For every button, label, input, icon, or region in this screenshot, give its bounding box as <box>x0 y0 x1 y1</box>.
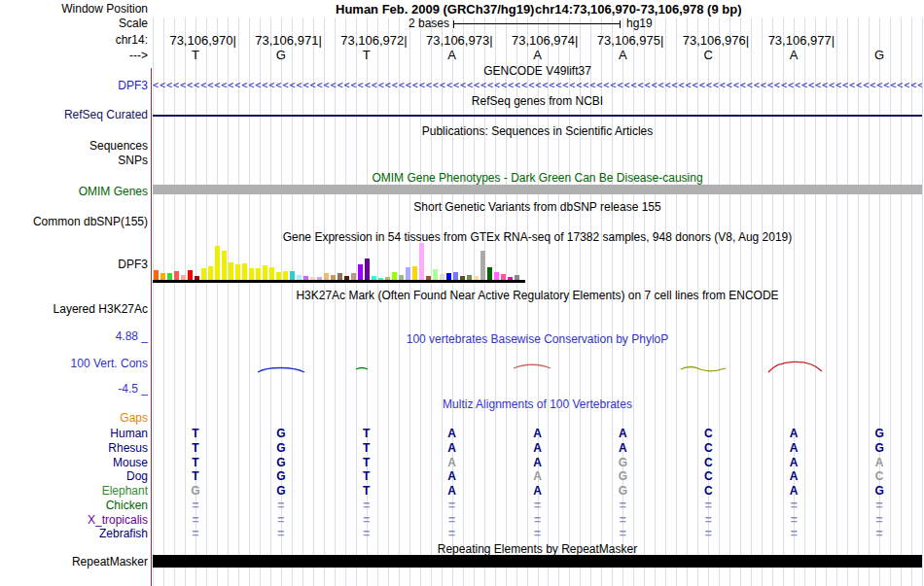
gtex-tissue-bar[interactable] <box>399 275 404 280</box>
gtex-tissue-bar[interactable] <box>412 266 417 280</box>
gtex-tissue-bar[interactable] <box>310 277 315 280</box>
repeatmasker-bar[interactable] <box>153 555 922 568</box>
gtex-tissue-bar[interactable] <box>358 264 363 280</box>
gencode-gene-line[interactable]: <<<<<<<<<<<<<<<<<<<<<<<<<<<<<<<<<<<<<<<<… <box>153 79 922 91</box>
gtex-tissue-bar[interactable] <box>378 278 383 280</box>
gtex-track-title[interactable]: Gene Expression in 54 tissues from GTEx … <box>153 230 922 244</box>
gtex-baseline[interactable] <box>153 280 525 283</box>
species-label-x_tropicalis[interactable]: X_tropicalis <box>0 513 148 527</box>
gtex-tissue-bar[interactable] <box>297 275 302 280</box>
gtex-tissue-bar[interactable] <box>263 265 267 280</box>
gtex-tissue-bar[interactable] <box>446 273 451 280</box>
gtex-tissue-bar[interactable] <box>201 268 206 280</box>
gaps-label[interactable]: Gaps <box>0 411 148 425</box>
coordinate-label: 73,106,975 <box>574 33 663 48</box>
gtex-tissue-bar[interactable] <box>365 259 370 280</box>
gtex-tissue-bar[interactable] <box>351 273 356 280</box>
gtex-tissue-bar[interactable] <box>222 251 227 280</box>
snps-label[interactable]: SNPs <box>0 154 148 167</box>
phylop-label[interactable]: 100 Vert. Cons <box>0 357 148 370</box>
gtex-tissue-bar[interactable] <box>249 268 254 280</box>
species-label-chicken[interactable]: Chicken <box>0 499 148 512</box>
gencode-track-title[interactable]: GENCODE V49lift37 <box>153 64 922 78</box>
species-label-dog[interactable]: Dog <box>0 469 148 483</box>
coordinate-label: 73,106,976 <box>659 33 749 48</box>
gtex-tissue-bar[interactable] <box>406 267 410 280</box>
gtex-tissue-bar[interactable] <box>181 275 186 280</box>
species-label-mouse[interactable]: Mouse <box>0 456 148 469</box>
gtex-tissue-bar[interactable] <box>269 267 274 280</box>
gtex-tissue-bar[interactable] <box>440 274 444 280</box>
refseq-gene-line[interactable] <box>153 115 922 117</box>
alignment-base: = <box>611 527 634 540</box>
gtex-tissue-bar[interactable] <box>501 274 506 280</box>
strand-arrow-label[interactable]: ---> <box>0 49 148 62</box>
repeatmasker-track-title[interactable]: Repeating Elements by RepeatMasker <box>153 542 922 556</box>
gtex-tissue-bar[interactable] <box>195 276 199 280</box>
alignment-base: = <box>526 499 550 512</box>
gtex-tissue-bar[interactable] <box>515 275 519 280</box>
gtex-tissue-bar[interactable] <box>331 275 336 280</box>
gtex-tissue-bar[interactable] <box>235 264 240 280</box>
h3k27ac-track-title[interactable]: H3K27Ac Mark (Often Found Near Active Re… <box>153 289 922 302</box>
dbsnp-track-title[interactable]: Short Genetic Variants from dbSNP releas… <box>153 200 922 214</box>
alignment-base: = <box>184 527 207 540</box>
gtex-tissue-bar[interactable] <box>174 271 179 280</box>
window-position-label: Window Position <box>0 2 148 16</box>
omim-gene-bar[interactable] <box>153 185 922 194</box>
gtex-tissue-bar[interactable] <box>474 276 479 280</box>
gtex-tissue-bar[interactable] <box>229 262 233 280</box>
gtex-tissue-bar[interactable] <box>283 271 288 280</box>
gtex-tissue-bar[interactable] <box>160 273 165 280</box>
gtex-tissue-bar[interactable] <box>344 276 349 280</box>
species-label-rhesus[interactable]: Rhesus <box>0 441 148 455</box>
gtex-tissue-bar[interactable] <box>154 270 159 280</box>
omim-genes-label[interactable]: OMIM Genes <box>0 185 148 198</box>
gtex-tissue-bar[interactable] <box>433 269 438 280</box>
gtex-tissue-bar[interactable] <box>467 275 472 280</box>
alignment-base: = <box>355 527 378 540</box>
gtex-tissue-bar[interactable] <box>460 276 465 280</box>
ruler-base: T <box>355 48 378 62</box>
gtex-tissue-bar[interactable] <box>167 273 172 280</box>
gtex-tissue-bar[interactable] <box>480 251 485 280</box>
gencode-gene-label[interactable]: DPF3 <box>0 79 148 92</box>
h3k27ac-label[interactable]: Layered H3K27Ac <box>0 302 148 316</box>
gtex-tissue-bar[interactable] <box>290 271 295 280</box>
gtex-tissue-bar[interactable] <box>215 246 220 280</box>
omim-track-title[interactable]: OMIM Gene Phenotypes - Dark Green Can Be… <box>153 171 922 185</box>
gtex-tissue-bar[interactable] <box>385 277 390 280</box>
dbsnp-label[interactable]: Common dbSNP(155) <box>0 215 148 228</box>
species-label-human[interactable]: Human <box>0 427 148 440</box>
gtex-tissue-bar[interactable] <box>256 268 261 280</box>
gtex-tissue-bar[interactable] <box>392 272 397 280</box>
gtex-tissue-bar[interactable] <box>208 266 213 280</box>
gtex-tissue-bar[interactable] <box>276 272 281 280</box>
publications-track-title[interactable]: Publications: Sequences in Scientific Ar… <box>153 124 922 138</box>
gtex-tissue-bar[interactable] <box>188 270 193 280</box>
gtex-tissue-bar[interactable] <box>494 272 499 280</box>
gtex-tissue-bar[interactable] <box>419 243 424 280</box>
gtex-tissue-bar[interactable] <box>426 276 431 280</box>
gtex-tissue-bar[interactable] <box>324 273 329 280</box>
species-label-zebrafish[interactable]: Zebrafish <box>0 527 148 540</box>
gtex-tissue-bar[interactable] <box>303 276 308 280</box>
gtex-tissue-bar[interactable] <box>317 277 322 280</box>
alignment-base: T <box>184 456 207 469</box>
phylop-wiggle[interactable] <box>153 335 922 392</box>
repeatmasker-label[interactable]: RepeatMasker <box>0 555 148 569</box>
gtex-gene-label[interactable]: DPF3 <box>0 258 148 271</box>
refseq-track-title[interactable]: RefSeq genes from NCBI <box>153 94 922 108</box>
gtex-tissue-bar[interactable] <box>453 272 458 280</box>
gtex-tissue-bar[interactable] <box>487 267 492 280</box>
gtex-tissue-bar[interactable] <box>338 273 342 280</box>
gtex-tissue-bar[interactable] <box>508 277 513 280</box>
gtex-tissue-bar[interactable] <box>242 263 247 280</box>
multiz-track-title[interactable]: Multiz Alignments of 100 Vertebrates <box>153 397 922 411</box>
refseq-curated-label[interactable]: RefSeq Curated <box>0 108 148 121</box>
species-label-elephant[interactable]: Elephant <box>0 484 148 498</box>
gtex-tissue-bar[interactable] <box>372 276 376 280</box>
sequences-label[interactable]: Sequences <box>0 139 148 153</box>
alignment-base: C <box>868 469 891 483</box>
alignment-base: = <box>269 513 293 527</box>
